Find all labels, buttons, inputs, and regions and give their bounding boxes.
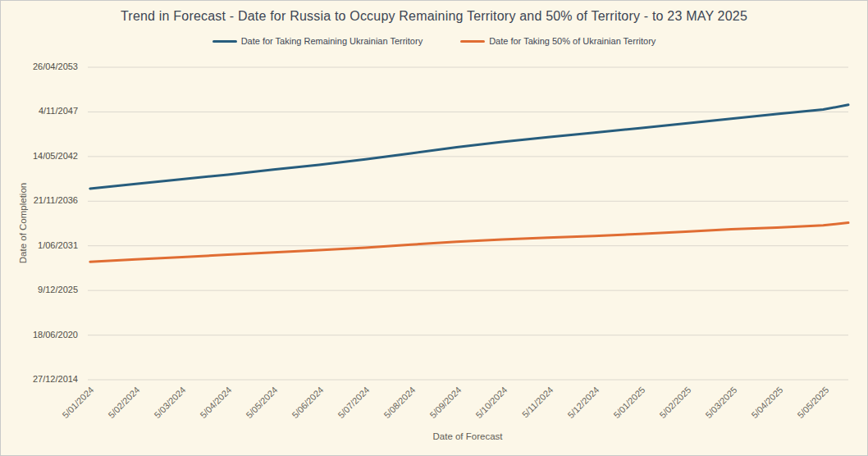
x-tick-label: 5/02/2024 (106, 385, 141, 420)
x-tick-label: 5/04/2025 (749, 385, 784, 420)
x-tick-label: 5/01/2024 (60, 385, 95, 420)
x-tick-label: 5/10/2024 (473, 385, 509, 420)
x-tick-label: 5/12/2024 (565, 385, 601, 420)
x-tick-label: 5/06/2024 (290, 385, 325, 420)
x-tick-label: 5/03/2024 (152, 385, 187, 420)
y-tick-label: 26/04/2053 (12, 62, 78, 71)
y-tick-label: 4/11/2047 (12, 106, 78, 116)
y-tick-label: 9/12/2025 (12, 285, 78, 294)
plot-area (86, 58, 851, 386)
x-tick-label: 5/03/2025 (703, 385, 738, 420)
y-tick-label: 14/05/2042 (12, 151, 78, 161)
legend-item-50pct-territory: Date for Taking 50% of Ukrainian Territo… (460, 36, 656, 46)
y-axis-title: Date of Completion (18, 183, 28, 263)
legend-item-remaining-territory: Date for Taking Remaining Ukrainian Terr… (212, 36, 423, 46)
x-tick-label: 5/01/2025 (611, 385, 646, 420)
chart-title: Trend in Forecast - Date for Russia to O… (1, 9, 867, 24)
x-tick-label: 5/05/2024 (244, 385, 279, 420)
series-line-50pct-territory (90, 223, 848, 262)
legend-swatch-50pct-territory (460, 40, 485, 43)
x-tick-label: 5/08/2024 (381, 385, 417, 420)
x-tick-label: 5/02/2025 (657, 385, 692, 420)
legend-swatch-remaining-territory (212, 40, 237, 43)
y-tick-label: 18/06/2020 (12, 330, 78, 340)
legend-label-remaining-territory: Date for Taking Remaining Ukrainian Terr… (241, 36, 423, 46)
x-tick-label: 5/04/2024 (198, 385, 233, 420)
x-tick-label: 5/09/2024 (427, 385, 463, 420)
x-tick-label: 5/05/2025 (795, 385, 830, 420)
x-axis-title: Date of Forecast (86, 431, 849, 441)
forecast-trend-chart: Trend in Forecast - Date for Russia to O… (0, 0, 868, 456)
y-tick-label: 27/12/2014 (12, 374, 78, 384)
x-tick-label: 5/07/2024 (336, 385, 371, 420)
legend: Date for Taking Remaining Ukrainian Terr… (1, 36, 867, 46)
series-line-remaining-territory (90, 105, 848, 189)
x-tick-label: 5/11/2024 (520, 385, 555, 420)
legend-label-50pct-territory: Date for Taking 50% of Ukrainian Territo… (489, 36, 656, 46)
